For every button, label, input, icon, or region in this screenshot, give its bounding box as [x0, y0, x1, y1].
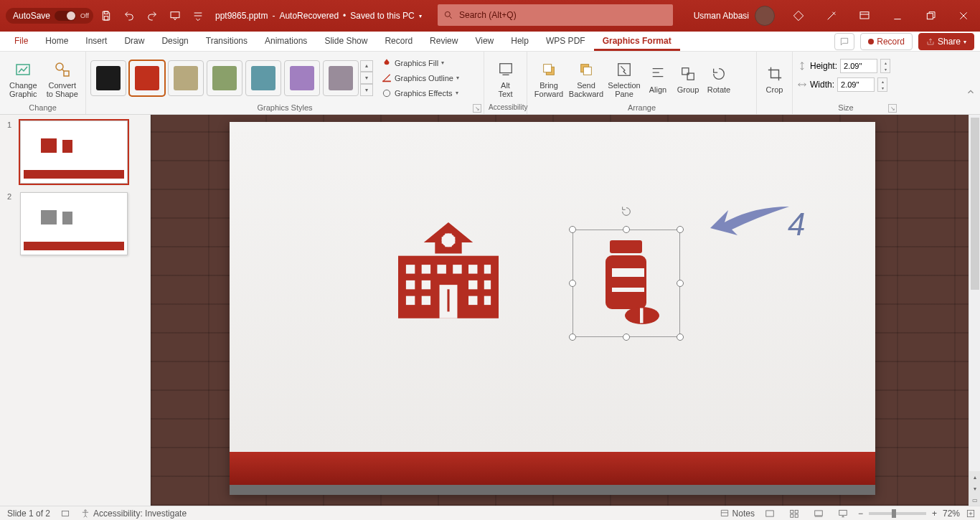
- tab-file[interactable]: File: [6, 31, 37, 51]
- selection-box[interactable]: [573, 230, 680, 337]
- crop-button[interactable]: Crop: [761, 62, 788, 94]
- size-dialog-launcher[interactable]: ↘: [888, 104, 897, 113]
- handle-se[interactable]: [677, 334, 684, 341]
- start-from-beginning-button[interactable]: [165, 6, 185, 26]
- reading-view-button[interactable]: [809, 507, 828, 520]
- width-input[interactable]: [837, 77, 875, 92]
- autosave-switch[interactable]: [55, 11, 76, 21]
- handle-s[interactable]: [623, 334, 630, 341]
- rotate-handle[interactable]: [621, 206, 632, 217]
- vertical-scrollbar[interactable]: ▴ ▾ ▭: [969, 115, 980, 506]
- undo-button[interactable]: [119, 6, 139, 26]
- slideshow-view-button[interactable]: [834, 507, 852, 520]
- handle-n[interactable]: [623, 226, 630, 233]
- tab-help[interactable]: Help: [502, 31, 537, 51]
- zoom-slider[interactable]: [869, 512, 926, 515]
- restore-button[interactable]: [914, 0, 947, 32]
- rotate-button[interactable]: Rotate: [704, 62, 734, 94]
- width-field[interactable]: Width: ▴▾: [797, 77, 887, 92]
- tab-insert[interactable]: Insert: [77, 31, 116, 51]
- style-swatch-4[interactable]: [245, 60, 281, 96]
- style-swatch-2[interactable]: [168, 60, 204, 96]
- style-gallery[interactable]: [90, 60, 359, 96]
- handle-sw[interactable]: [569, 334, 576, 341]
- change-graphic-button[interactable]: Change Graphic: [4, 58, 42, 98]
- svg-point-9: [383, 90, 390, 96]
- slide[interactable]: [230, 122, 875, 495]
- zoom-out-button[interactable]: −: [858, 509, 863, 519]
- zoom-slider-knob[interactable]: [892, 509, 896, 518]
- style-swatch-3[interactable]: [207, 60, 242, 96]
- user-account[interactable]: Usman Abbasi: [687, 6, 782, 26]
- diamond-icon[interactable]: [782, 0, 815, 32]
- send-backward-button[interactable]: Send Backward: [567, 58, 605, 98]
- search-box[interactable]: [438, 4, 673, 26]
- tab-home[interactable]: Home: [37, 31, 77, 51]
- collapse-ribbon-button[interactable]: [966, 87, 976, 97]
- tab-transitions[interactable]: Transitions: [197, 31, 256, 51]
- zoom-percent[interactable]: 72%: [943, 509, 960, 519]
- tab-wps-pdf[interactable]: WPS PDF: [537, 31, 594, 51]
- bring-forward-button[interactable]: Bring Forward: [532, 58, 566, 98]
- handle-ne[interactable]: [677, 226, 684, 233]
- height-input[interactable]: [840, 59, 877, 73]
- autosave-toggle[interactable]: AutoSave Off: [6, 8, 93, 24]
- accessibility-status[interactable]: Accessibility: Investigate: [80, 509, 187, 519]
- tab-design[interactable]: Design: [153, 31, 197, 51]
- zoom-in-button[interactable]: +: [932, 509, 937, 519]
- gallery-spinner[interactable]: ▴▾▾: [360, 60, 373, 96]
- height-spinner[interactable]: ▴▾: [880, 59, 890, 73]
- group-button[interactable]: Group: [674, 62, 702, 94]
- search-input[interactable]: [459, 10, 667, 20]
- style-swatch-6[interactable]: [323, 60, 359, 96]
- fit-to-window-button[interactable]: [966, 509, 976, 519]
- save-button[interactable]: [96, 6, 116, 26]
- align-button[interactable]: Align: [644, 62, 672, 94]
- scrollbar-thumb[interactable]: [971, 118, 979, 290]
- comments-button[interactable]: [834, 33, 854, 50]
- graphics-outline-button[interactable]: Graphics Outline▾: [379, 71, 462, 85]
- handle-w[interactable]: [569, 280, 576, 287]
- selection-pane-button[interactable]: Selection Pane: [606, 58, 642, 98]
- ribbon-display-button[interactable]: [848, 0, 881, 32]
- styles-dialog-launcher[interactable]: ↘: [473, 104, 481, 113]
- style-swatch-5[interactable]: [284, 60, 320, 96]
- scroll-next-slide[interactable]: ▾: [969, 483, 980, 494]
- scroll-prev-slide[interactable]: ▴: [969, 471, 980, 483]
- tab-slideshow[interactable]: Slide Show: [316, 31, 376, 51]
- slide-counter[interactable]: Slide 1 of 2: [7, 509, 50, 519]
- alt-text-button[interactable]: Alt Text: [489, 58, 522, 98]
- redo-button[interactable]: [142, 6, 162, 26]
- record-button[interactable]: Record: [860, 33, 913, 50]
- slide-thumb-1[interactable]: [20, 120, 128, 184]
- tab-animations[interactable]: Animations: [256, 31, 316, 51]
- tab-graphics-format[interactable]: Graphics Format: [594, 31, 680, 51]
- tab-record[interactable]: Record: [376, 31, 421, 51]
- notes-button[interactable]: Notes: [720, 509, 755, 519]
- minimize-button[interactable]: [881, 0, 914, 32]
- customize-qat-button[interactable]: [188, 6, 208, 26]
- style-swatch-0[interactable]: [90, 60, 126, 96]
- width-spinner[interactable]: ▴▾: [877, 77, 887, 92]
- normal-view-button[interactable]: [760, 507, 779, 520]
- spellcheck-icon[interactable]: [60, 509, 70, 519]
- tab-review[interactable]: Review: [421, 31, 466, 51]
- height-field[interactable]: Height: ▴▾: [797, 59, 890, 73]
- graphics-fill-button[interactable]: Graphics Fill▾: [379, 56, 462, 70]
- slide-sorter-button[interactable]: [785, 507, 804, 520]
- wand-icon[interactable]: [815, 0, 848, 32]
- handle-nw[interactable]: [569, 226, 576, 233]
- graphics-effects-button[interactable]: Graphics Effects▾: [379, 86, 462, 100]
- slide-thumbnails-panel[interactable]: 1 2: [0, 115, 151, 506]
- handle-e[interactable]: [677, 280, 684, 287]
- style-swatch-1[interactable]: [129, 60, 165, 96]
- share-button[interactable]: Share▾: [918, 33, 974, 50]
- tab-draw[interactable]: Draw: [116, 31, 153, 51]
- close-button[interactable]: [947, 0, 980, 32]
- tab-view[interactable]: View: [466, 31, 502, 51]
- slide-thumb-2[interactable]: [20, 192, 128, 255]
- slide-canvas-area[interactable]: 4 ▴ ▾ ▭: [151, 115, 980, 506]
- scroll-fit[interactable]: ▭: [969, 494, 980, 506]
- hospital-icon[interactable]: [387, 222, 509, 323]
- convert-to-shape-button[interactable]: Convert to Shape: [44, 58, 82, 98]
